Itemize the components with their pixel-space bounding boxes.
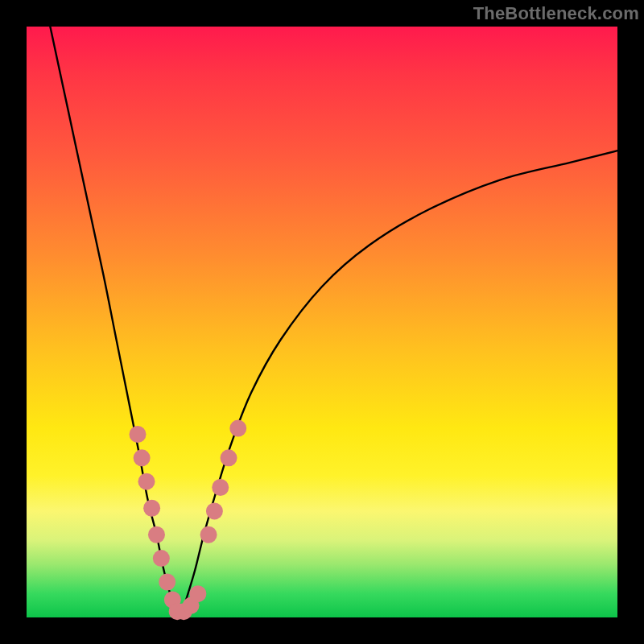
data-marker	[134, 449, 151, 466]
chart-plot-area	[27, 27, 617, 617]
data-marker	[221, 449, 237, 466]
data-marker	[129, 426, 146, 443]
data-marker	[189, 585, 206, 602]
chart-canvas: TheBottleneck.com	[0, 0, 644, 644]
data-marker	[153, 550, 170, 567]
data-marker	[212, 479, 229, 496]
data-marker	[143, 500, 160, 517]
data-marker	[138, 473, 155, 490]
watermark-text: TheBottleneck.com	[473, 3, 639, 24]
data-marker	[206, 502, 223, 519]
data-marker	[200, 526, 217, 543]
curve-layer	[50, 27, 617, 617]
data-marker	[159, 573, 175, 590]
curve-right-curve	[180, 151, 617, 617]
data-marker	[148, 526, 165, 543]
data-marker	[229, 420, 246, 437]
marker-layer	[129, 420, 246, 621]
chart-svg	[27, 27, 617, 617]
